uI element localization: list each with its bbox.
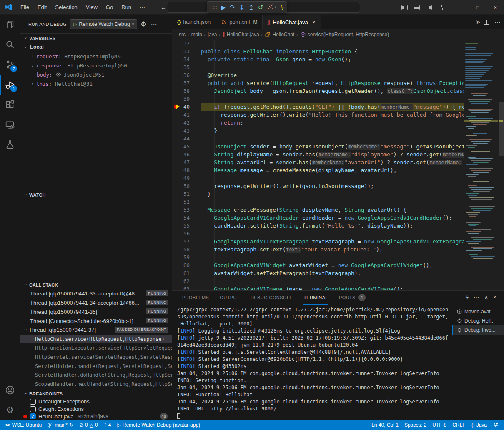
status-debug-status[interactable]: ▷Remote Watch Debug (avatar-app) [114, 420, 203, 430]
thread-row[interactable]: Thread [Connector-Scheduler-6920b0bc-1]R… [20, 316, 172, 325]
code-line-56[interactable]: 56 [172, 230, 464, 238]
thread-row[interactable]: Thread [qtp1500079441-35]RUNNING [20, 307, 172, 316]
maximize-button[interactable]: □ [469, 0, 486, 15]
code-line-39[interactable]: 39 [172, 95, 464, 103]
code-line-42[interactable]: 42 return; [172, 119, 464, 127]
thread-row[interactable]: ›Thread [qtp1500079441-37]PAUSED ON BREA… [20, 325, 172, 335]
toggle-secondary-sidebar-icon[interactable] [426, 5, 432, 10]
close-tab-icon[interactable]: × [312, 19, 316, 25]
activity-explorer[interactable] [0, 15, 20, 35]
code-line-40[interactable]: 40 if (request.getMethod().equals("GET")… [172, 103, 464, 111]
step-out-button[interactable]: ↥ [248, 4, 254, 10]
code-line-35[interactable]: 35 [172, 63, 464, 71]
breakpoints-header[interactable]: › BREAKPOINTS [20, 389, 172, 398]
panel-tab-terminal[interactable]: TERMINAL [303, 291, 328, 305]
step-into-button[interactable]: ↧ [239, 4, 245, 10]
code-line-48[interactable]: 48 Message message = createMessage(displ… [172, 166, 464, 174]
tab-HelloChat.java[interactable]: JHelloChat.java× [263, 15, 321, 29]
new-terminal-icon[interactable]: ＋▾ [464, 293, 469, 301]
continue-button[interactable]: ▶ [221, 4, 226, 10]
variables-header[interactable]: › VARIABLES [20, 33, 172, 42]
step-over-button[interactable]: ↷ [230, 4, 235, 10]
status-eol[interactable]: CRLF [449, 420, 468, 430]
stack-frame-row[interactable]: ServletHolder.handle(Request,ServletRequ… [20, 362, 172, 371]
menu-edit[interactable]: Edit [34, 3, 50, 12]
status-problems[interactable]: ⊘0△0 [76, 420, 101, 430]
breakpoint-row[interactable]: Caught Exceptions [20, 405, 172, 413]
close-button[interactable]: × [486, 0, 504, 15]
maximize-panel-icon[interactable]: ∧ [484, 294, 488, 300]
editor-scrollbar[interactable] [498, 40, 504, 290]
code-line-63[interactable]: 63 GoogleAppsCardV1Image image = new Goo… [172, 285, 464, 290]
activity-testing[interactable] [0, 135, 20, 155]
accounts-icon[interactable] [0, 380, 20, 400]
breakpoint-row[interactable]: ✓HelloChat.javasrc/main/java40 [20, 412, 172, 420]
status-cursor-position[interactable]: Ln 40, Col 1 [369, 420, 401, 430]
run-java-button[interactable]: ▷▾ [476, 19, 479, 25]
tab-launch.json[interactable]: {}launch.json [172, 15, 216, 29]
code-line-59[interactable]: 59 [172, 253, 464, 261]
breadcrumb-item[interactable]: JHelloChat.java [223, 32, 259, 38]
breadcrumb-item[interactable]: java [208, 32, 217, 38]
menu-[interactable]: ··· [136, 3, 149, 12]
toggle-panel-icon[interactable] [414, 5, 420, 10]
code-line-46[interactable]: 46 String displayName = sender.has(membe… [172, 150, 464, 158]
breakpoint-checkbox[interactable]: ✓ [30, 413, 36, 419]
disconnect-button[interactable] [267, 4, 273, 11]
terminal-output[interactable]: /grpc/grpc-context/1.27.2/grpc-context-1… [172, 305, 452, 420]
code-line-45[interactable]: 45 JsonObject sender = body.getAsJsonObj… [172, 142, 464, 150]
code-line-53[interactable]: 53 Message createMessage(String displayN… [172, 206, 464, 214]
breadcrumb-item[interactable]: HelloChat [265, 32, 294, 38]
code-editor[interactable]: 3233public class HelloChat implements Ht… [172, 40, 504, 290]
call-stack-header[interactable]: › CALL STACK [20, 280, 172, 289]
stack-frame-row[interactable]: HttpServlet.service(ServletRequest,Servl… [20, 352, 172, 362]
code-line-47[interactable]: 47 String avatarUrl = sender.has(memberN… [172, 158, 464, 166]
code-line-43[interactable]: 43 } [172, 127, 464, 135]
start-debug-icon[interactable]: ▷ [73, 21, 77, 27]
restart-button[interactable]: ↺ [258, 4, 263, 10]
code-line-55[interactable]: 55 cardHeader.setTitle(String.format("He… [172, 222, 464, 230]
code-line-38[interactable]: 38 JsonObject body = gson.fromJson(reque… [172, 87, 464, 95]
breakpoint-checkbox[interactable] [30, 399, 36, 405]
code-line-61[interactable]: 61 avatarWidget.setTextParagraph(textPar… [172, 269, 464, 277]
status-indentation[interactable]: Spaces: 2 [401, 420, 429, 430]
status-ports[interactable]: ᛉ4 [101, 420, 114, 430]
code-line-52[interactable]: 52 [172, 198, 464, 206]
activity-source-control[interactable]: 7 [0, 55, 20, 75]
breakpoint-paused-icon[interactable] [174, 104, 182, 110]
hot-code-replace-button[interactable]: ϟ [280, 4, 283, 10]
settings-gear-icon[interactable]: ⚙ [0, 400, 20, 420]
minimap[interactable] [464, 40, 498, 290]
menu-go[interactable]: Go [102, 3, 117, 12]
minimize-button[interactable]: – [451, 0, 469, 15]
stack-frame-row[interactable]: HelloChat.service(HttpRequest,HttpRespon… [20, 335, 172, 344]
breakpoint-checkbox[interactable] [30, 406, 36, 412]
code-line-32[interactable]: 32 [172, 40, 464, 48]
code-line-58[interactable]: 58 textParagraph.setText(text:"Your avat… [172, 245, 464, 253]
activity-remote-explorer[interactable] [0, 115, 20, 135]
code-line-62[interactable]: 62 [172, 277, 464, 285]
panel-tab-debug-console[interactable]: DEBUG CONSOLE [251, 291, 293, 305]
variable-row[interactable]: ›this:HelloChat@31 [20, 79, 172, 88]
code-line-57[interactable]: 57 GoogleAppsCardV1TextParagraph textPar… [172, 238, 464, 245]
code-line-49[interactable]: 49 [172, 174, 464, 182]
stack-frame-row[interactable]: ScopedHandler.nextHandle(String,Request,… [20, 380, 172, 389]
terminal-list-item[interactable]: Maven-avat... [452, 307, 504, 316]
code-line-51[interactable]: 51 } [172, 190, 464, 198]
panel-tab-ports[interactable]: PORTS4 [339, 291, 366, 305]
status-remote-indicator[interactable]: ><WSL: Ubuntu [3, 420, 45, 430]
code-line-36[interactable]: 36 @Override [172, 71, 464, 79]
activity-extensions[interactable] [0, 95, 20, 115]
debug-settings-gear-icon[interactable]: ⚙ [140, 20, 146, 28]
status-notifications[interactable] [490, 420, 501, 430]
activity-search[interactable] [0, 35, 20, 55]
code-line-50[interactable]: 50 response.getWriter().write(gson.toJso… [172, 182, 464, 190]
status-git-branch[interactable]: main*↻ [45, 420, 76, 430]
terminal-list-item[interactable]: Debug: Hell... [452, 316, 504, 325]
menu-selection[interactable]: Selection [51, 3, 81, 12]
menu-run[interactable]: Run [118, 3, 135, 12]
menu-view[interactable]: View [82, 3, 101, 12]
panel-tab-output[interactable]: OUTPUT [220, 291, 240, 305]
code-line-44[interactable]: 44 [172, 135, 464, 142]
thread-row[interactable]: Thread [qtp1500079441-33-acceptor-0@48..… [20, 289, 172, 298]
